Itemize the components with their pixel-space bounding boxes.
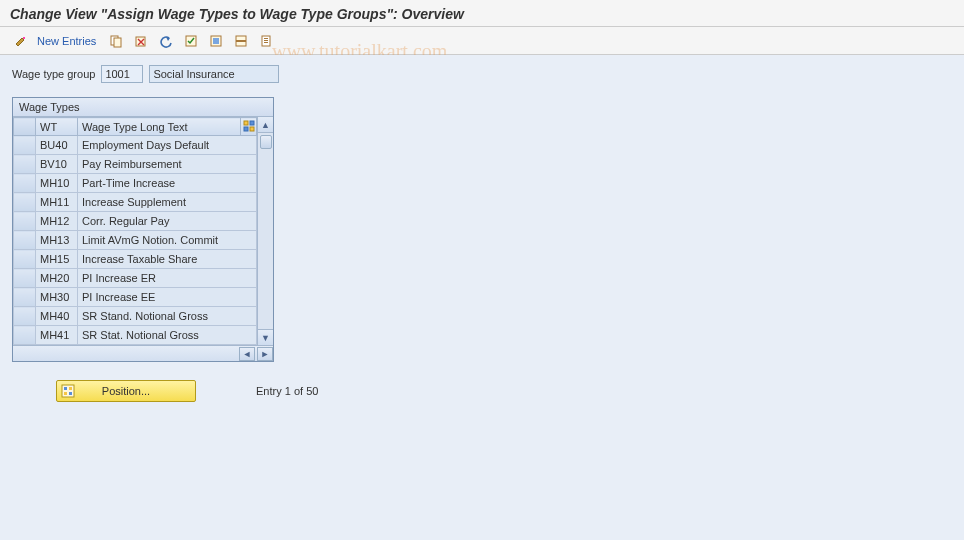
configuration-icon[interactable] [255, 31, 277, 51]
svg-rect-2 [114, 38, 121, 47]
cell-longtext[interactable]: PI Increase ER [78, 269, 257, 288]
table-row[interactable]: MH30PI Increase EE [14, 288, 257, 307]
row-selector[interactable] [14, 231, 36, 250]
position-icon [61, 384, 75, 400]
scroll-up-icon[interactable]: ▲ [258, 117, 273, 133]
wage-type-group-label: Wage type group [12, 68, 95, 80]
cell-longtext[interactable]: Corr. Regular Pay [78, 212, 257, 231]
undo-change-icon[interactable] [155, 31, 177, 51]
row-selector[interactable] [14, 155, 36, 174]
svg-rect-17 [62, 385, 74, 397]
cell-longtext[interactable]: SR Stand. Notional Gross [78, 307, 257, 326]
row-selector[interactable] [14, 212, 36, 231]
table-row[interactable]: MH40SR Stand. Notional Gross [14, 307, 257, 326]
new-entries-button[interactable]: New Entries [35, 35, 102, 47]
table-row[interactable]: MH15Increase Taxable Share [14, 250, 257, 269]
svg-rect-21 [69, 392, 72, 395]
table-row[interactable]: MH10Part-Time Increase [14, 174, 257, 193]
cell-wt[interactable]: MH20 [36, 269, 78, 288]
toolbar: New Entries [0, 27, 964, 55]
svg-rect-8 [236, 40, 246, 42]
table-row[interactable]: MH41SR Stat. Notional Gross [14, 326, 257, 345]
cell-wt[interactable]: MH15 [36, 250, 78, 269]
scroll-right-icon[interactable]: ► [257, 347, 273, 361]
cell-wt[interactable]: MH11 [36, 193, 78, 212]
copy-as-icon[interactable] [105, 31, 127, 51]
svg-rect-13 [244, 121, 248, 125]
position-button[interactable]: Position... [56, 380, 196, 402]
table-row[interactable]: MH20PI Increase ER [14, 269, 257, 288]
table-row[interactable]: MH13Limit AVmG Notion. Commit [14, 231, 257, 250]
table-row[interactable]: MH12Corr. Regular Pay [14, 212, 257, 231]
row-selector[interactable] [14, 136, 36, 155]
cell-wt[interactable]: MH12 [36, 212, 78, 231]
cell-wt[interactable]: MH41 [36, 326, 78, 345]
cell-longtext[interactable]: Pay Reimbursement [78, 155, 257, 174]
svg-rect-11 [264, 40, 268, 41]
svg-rect-10 [264, 38, 268, 39]
table-row[interactable]: BU40Employment Days Default [14, 136, 257, 155]
cell-wt[interactable]: MH10 [36, 174, 78, 193]
cell-longtext[interactable]: Part-Time Increase [78, 174, 257, 193]
column-settings-icon[interactable] [241, 118, 257, 136]
scroll-down-icon[interactable]: ▼ [258, 329, 273, 345]
cell-longtext[interactable]: PI Increase EE [78, 288, 257, 307]
table-row[interactable]: BV10Pay Reimbursement [14, 155, 257, 174]
cell-wt[interactable]: BU40 [36, 136, 78, 155]
cell-longtext[interactable]: Increase Taxable Share [78, 250, 257, 269]
column-longtext[interactable]: Wage Type Long Text [78, 118, 241, 136]
scroll-left-icon[interactable]: ◄ [239, 347, 255, 361]
wage-type-group-row: Wage type group [12, 65, 952, 83]
svg-rect-6 [213, 38, 219, 44]
position-button-label: Position... [102, 385, 150, 397]
entry-count-label: Entry 1 of 50 [256, 385, 318, 397]
scroll-track[interactable] [258, 133, 273, 329]
deselect-all-icon[interactable] [230, 31, 252, 51]
scroll-thumb[interactable] [260, 135, 272, 149]
cell-wt[interactable]: MH30 [36, 288, 78, 307]
cell-wt[interactable]: MH40 [36, 307, 78, 326]
select-all-icon[interactable] [180, 31, 202, 51]
page-title: Change View "Assign Wage Types to Wage T… [0, 0, 964, 27]
row-selector[interactable] [14, 326, 36, 345]
row-selector[interactable] [14, 174, 36, 193]
wage-types-grid: WT Wage Type Long Text BU40Employment Da… [13, 117, 257, 345]
cell-wt[interactable]: BV10 [36, 155, 78, 174]
svg-rect-14 [250, 121, 254, 125]
cell-longtext[interactable]: Increase Supplement [78, 193, 257, 212]
svg-rect-19 [69, 387, 72, 390]
row-selector[interactable] [14, 193, 36, 212]
delete-icon[interactable] [130, 31, 152, 51]
footer-row: Position... Entry 1 of 50 [56, 380, 952, 402]
main-content: Wage type group Wage Types WT Wage Type … [0, 55, 964, 540]
table-row[interactable]: MH11Increase Supplement [14, 193, 257, 212]
row-selector[interactable] [14, 288, 36, 307]
horizontal-scrollbar[interactable]: ◄ ► [13, 345, 273, 361]
cell-longtext[interactable]: Employment Days Default [78, 136, 257, 155]
select-block-icon[interactable] [205, 31, 227, 51]
cell-longtext[interactable]: Limit AVmG Notion. Commit [78, 231, 257, 250]
svg-rect-20 [64, 392, 67, 395]
svg-rect-0 [23, 37, 25, 39]
svg-rect-12 [264, 42, 268, 43]
row-selector[interactable] [14, 307, 36, 326]
row-selector[interactable] [14, 269, 36, 288]
svg-rect-16 [250, 127, 254, 131]
cell-longtext[interactable]: SR Stat. Notional Gross [78, 326, 257, 345]
cell-wt[interactable]: MH13 [36, 231, 78, 250]
table-title: Wage Types [13, 98, 273, 117]
row-selector[interactable] [14, 250, 36, 269]
wage-type-group-text [149, 65, 279, 83]
toggle-display-change-icon[interactable] [10, 31, 32, 51]
wage-types-table: Wage Types WT Wage Type Long Text [12, 97, 274, 362]
column-row-selector[interactable] [14, 118, 36, 136]
column-wt[interactable]: WT [36, 118, 78, 136]
svg-rect-15 [244, 127, 248, 131]
svg-rect-18 [64, 387, 67, 390]
wage-type-group-code-input[interactable] [101, 65, 143, 83]
vertical-scrollbar[interactable]: ▲ ▼ [257, 117, 273, 345]
